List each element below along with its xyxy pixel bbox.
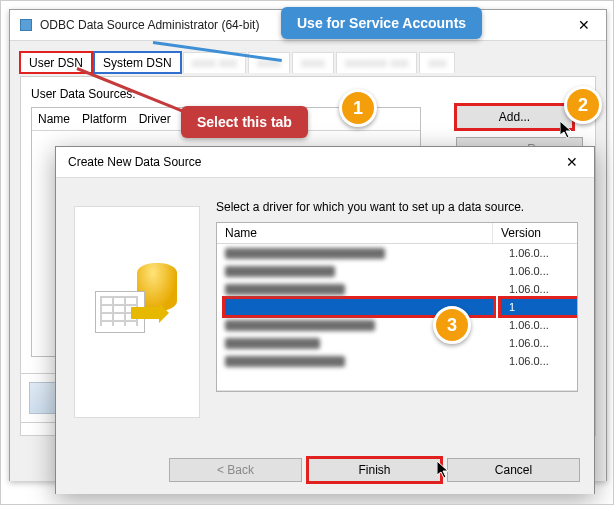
tab-hidden-4[interactable]: xxxxxxx xxx: [336, 52, 417, 73]
driver-version-cell: 1.06.0...: [501, 337, 577, 349]
driver-list-header: Name Version: [217, 223, 577, 244]
driver-version-cell: 1.06.0...: [501, 355, 577, 367]
uds-label: User Data Sources:: [31, 87, 585, 101]
col-driver-name[interactable]: Name: [217, 223, 493, 243]
dialog-buttons: < Back Finish Cancel: [169, 458, 580, 482]
driver-version-cell: 1.06.0...: [501, 319, 577, 331]
driver-name-cell: [225, 320, 375, 331]
tab-strip: User DSN System DSN xxxx xxx xxxx xxxx x…: [20, 51, 596, 72]
driver-name-cell: [225, 338, 320, 349]
step-badge-3: 3: [433, 306, 471, 344]
driver-version-cell: 1.06.0...: [501, 265, 577, 277]
dialog-right: Select a driver for which you want to se…: [216, 200, 578, 392]
driver-row[interactable]: 1.06.0...: [217, 352, 577, 370]
dialog-title: Create New Data Source: [68, 155, 550, 169]
tab-system-dsn[interactable]: System DSN: [94, 52, 181, 73]
finish-button[interactable]: Finish: [308, 458, 441, 482]
callout-select-tab: Select this tab: [181, 106, 308, 138]
close-icon[interactable]: ✕: [562, 11, 606, 39]
col-name[interactable]: Name: [38, 112, 70, 126]
callout-service-accounts: Use for Service Accounts: [281, 7, 482, 39]
wizard-graphic: [74, 206, 200, 418]
add-button[interactable]: Add...: [456, 105, 573, 129]
step-badge-1: 1: [339, 89, 377, 127]
driver-name-cell: [225, 266, 335, 277]
col-driver[interactable]: Driver: [139, 112, 171, 126]
horizontal-scrollbar[interactable]: < >: [217, 390, 577, 392]
driver-name-cell: [225, 284, 345, 295]
tab-hidden-5[interactable]: xxx: [419, 52, 455, 73]
col-platform[interactable]: Platform: [82, 112, 127, 126]
driver-version-cell: 1: [501, 299, 577, 315]
app-icon: [18, 17, 34, 33]
dialog-prompt: Select a driver for which you want to se…: [216, 200, 578, 214]
driver-name-cell: [225, 356, 345, 367]
cancel-button[interactable]: Cancel: [447, 458, 580, 482]
driver-row[interactable]: 1.06.0...: [217, 244, 577, 262]
driver-row[interactable]: 1.06.0...: [217, 280, 577, 298]
col-driver-version[interactable]: Version: [493, 223, 577, 243]
driver-row-selected[interactable]: 1: [217, 298, 577, 316]
driver-version-cell: 1.06.0...: [501, 283, 577, 295]
driver-rows: 1.06.0... 1.06.0... 1.06.0... 1: [217, 244, 577, 390]
step-badge-2: 2: [564, 86, 602, 124]
tab-hidden-3[interactable]: xxxx: [292, 52, 334, 73]
driver-row[interactable]: 1.06.0...: [217, 334, 577, 352]
driver-version-cell: 1.06.0...: [501, 247, 577, 259]
arrow-icon: [131, 307, 161, 319]
dialog-body: Select a driver for which you want to se…: [56, 178, 594, 494]
driver-list[interactable]: Name Version 1.06.0... 1.06.0... 1.06.0.…: [216, 222, 578, 392]
driver-row[interactable]: 1.06.0...: [217, 262, 577, 280]
dialog-titlebar: Create New Data Source ✕: [56, 147, 594, 178]
driver-name-cell: [225, 248, 385, 259]
back-button[interactable]: < Back: [169, 458, 302, 482]
driver-row[interactable]: 1.06.0...: [217, 316, 577, 334]
dialog-close-icon[interactable]: ✕: [550, 148, 594, 176]
create-new-data-source-dialog: Create New Data Source ✕ Select a driver…: [55, 146, 595, 494]
